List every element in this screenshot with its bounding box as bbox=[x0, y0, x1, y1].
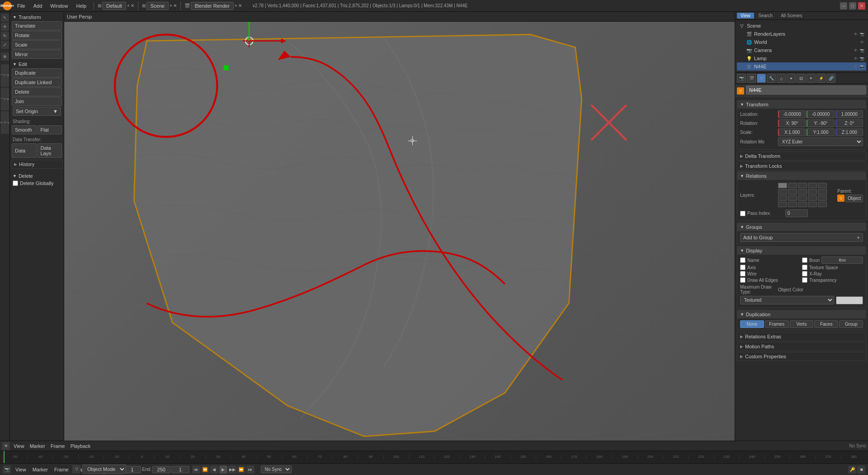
bottom-frame-btn[interactable]: Frame bbox=[52, 467, 71, 472]
delete-btn[interactable]: Delete bbox=[12, 87, 62, 96]
translate-btn[interactable]: Translate bbox=[12, 21, 62, 30]
tab-search[interactable]: Search bbox=[755, 13, 777, 19]
pass-index-check[interactable] bbox=[740, 211, 745, 216]
tool-scale[interactable]: ⤢ bbox=[1, 41, 9, 49]
dup-faces-btn[interactable]: Faces bbox=[814, 320, 838, 328]
layer-3[interactable] bbox=[798, 183, 807, 188]
relations-extras-section[interactable]: ▶ Relations Extras bbox=[737, 332, 866, 341]
n44e-eye[interactable]: 👁 bbox=[854, 64, 858, 69]
rot-z[interactable]: Z: 0° bbox=[835, 119, 863, 127]
scale-z[interactable]: Z:1.000 bbox=[835, 128, 863, 136]
rotate-btn[interactable]: Rotate bbox=[12, 31, 62, 40]
menu-help[interactable]: Help bbox=[72, 2, 90, 10]
renderlayers-cam[interactable]: 📷 bbox=[860, 32, 864, 36]
delete-header[interactable]: ▼ Delete bbox=[11, 172, 63, 180]
menu-file[interactable]: File bbox=[14, 2, 29, 10]
dup-verts-btn[interactable]: Verts bbox=[790, 320, 814, 328]
tree-n44e[interactable]: ▽ N44E 👁 📷 bbox=[737, 62, 866, 71]
texture-space-check[interactable] bbox=[802, 265, 807, 270]
layer-12[interactable] bbox=[788, 195, 797, 201]
viewport[interactable]: User Persp bbox=[64, 12, 735, 463]
layer-7[interactable] bbox=[788, 189, 797, 195]
join-btn[interactable]: Join bbox=[12, 97, 62, 106]
draw-all-edges-check[interactable] bbox=[740, 277, 745, 283]
tool-translate[interactable]: ✛ bbox=[1, 23, 9, 31]
scale-y[interactable]: Y:1.000 bbox=[807, 128, 834, 136]
wire-check[interactable] bbox=[740, 271, 745, 276]
lamp-cam[interactable]: 📷 bbox=[860, 57, 864, 61]
transparency-check[interactable] bbox=[802, 277, 807, 283]
viewport-canvas[interactable]: (1) N44E bbox=[64, 22, 735, 463]
prop-object-icon[interactable]: ▽ bbox=[757, 74, 766, 83]
max-draw-select[interactable]: Textured bbox=[740, 296, 834, 304]
bottom-render-icon[interactable]: 📷 bbox=[3, 466, 11, 474]
tree-world[interactable]: 🌐 World 👁 bbox=[737, 38, 866, 46]
layer-2[interactable] bbox=[788, 183, 797, 188]
box-value[interactable]: Box bbox=[821, 256, 863, 264]
prop-data-icon[interactable]: △ bbox=[777, 74, 786, 83]
bottom-view-btn[interactable]: View bbox=[14, 467, 28, 472]
play-back-btn[interactable]: ◀ bbox=[210, 466, 218, 474]
duplication-header[interactable]: ▼ Duplication bbox=[737, 310, 866, 318]
tl-view-icon[interactable]: 👁 bbox=[2, 442, 10, 450]
layer-6[interactable] bbox=[778, 189, 787, 195]
timeline-track[interactable]: -50 -40 -30 -20 -10 0 10 20 30 40 50 60 … bbox=[0, 451, 868, 463]
loc-x[interactable]: -0.00000 bbox=[778, 110, 806, 118]
edit-header[interactable]: ▼ Edit bbox=[11, 61, 63, 68]
scene-selector[interactable]: ⊞ Scene + ✕ bbox=[142, 2, 177, 10]
prop-material-icon[interactable]: ● bbox=[787, 74, 796, 83]
end-frame[interactable]: 250 bbox=[152, 466, 170, 473]
duplicate-btn[interactable]: Duplicate bbox=[12, 68, 62, 77]
data-layo-btn[interactable]: Data Layo bbox=[38, 143, 62, 158]
tool-cursor[interactable]: ↖ bbox=[1, 14, 9, 22]
loc-y[interactable]: -0.00000 bbox=[807, 110, 834, 118]
sync-select[interactable]: No Sync bbox=[261, 466, 292, 473]
layer-17[interactable] bbox=[788, 202, 797, 207]
history-section[interactable]: ▶ History bbox=[11, 160, 63, 169]
mode-icon[interactable]: ▽ bbox=[72, 465, 80, 473]
layer-16[interactable] bbox=[778, 202, 787, 207]
step-back-btn[interactable]: ⏪ bbox=[201, 466, 209, 474]
layer-15[interactable] bbox=[818, 195, 827, 201]
name-check[interactable] bbox=[740, 257, 745, 263]
add-to-group-btn[interactable]: Add to Group + bbox=[740, 233, 863, 242]
object-name-field[interactable] bbox=[746, 86, 866, 95]
tl-view-btn[interactable]: View bbox=[12, 443, 26, 449]
layer-9[interactable] bbox=[808, 189, 817, 195]
dup-none-btn[interactable]: None bbox=[740, 320, 764, 328]
tl-playback-btn[interactable]: Playback bbox=[69, 443, 93, 449]
layer-20[interactable] bbox=[818, 202, 827, 207]
tree-camera[interactable]: 📷 Camera 👁 📷 bbox=[737, 46, 866, 54]
dup-group-btn[interactable]: Group bbox=[839, 320, 863, 328]
blender-logo[interactable]: Blender bbox=[3, 1, 12, 10]
step-fwd-btn[interactable]: ⏩ bbox=[237, 466, 245, 474]
tool-relations[interactable]: Rel bbox=[1, 64, 9, 87]
prop-render-icon[interactable]: 📷 bbox=[737, 74, 746, 83]
set-origin-dropdown[interactable]: Set Origin ▼ bbox=[12, 106, 62, 116]
scene-name[interactable]: Scene bbox=[146, 2, 169, 10]
layer-10[interactable] bbox=[818, 189, 827, 195]
rotation-mode-select[interactable]: XYZ Euler bbox=[778, 138, 863, 146]
world-eye[interactable]: 👁 bbox=[860, 40, 864, 45]
workspace-name[interactable]: Default bbox=[102, 2, 126, 10]
prop-scene-icon[interactable]: 🎬 bbox=[747, 74, 756, 83]
rot-x[interactable]: X: 90° bbox=[778, 119, 806, 127]
renderlayers-eye[interactable]: 👁 bbox=[854, 32, 858, 37]
prop-texture-icon[interactable]: ▤ bbox=[797, 74, 806, 83]
tool-physics[interactable]: Phy bbox=[1, 111, 9, 134]
play-btn[interactable]: ▶ bbox=[219, 466, 227, 474]
scale-x[interactable]: X:1.000 bbox=[778, 128, 806, 136]
xray-check[interactable] bbox=[802, 271, 807, 276]
motion-paths-section[interactable]: ▶ Motion Paths bbox=[737, 342, 866, 351]
tl-marker-btn[interactable]: Marker bbox=[28, 443, 47, 449]
tree-lamp[interactable]: 💡 Lamp 👁 📷 bbox=[737, 54, 866, 62]
relations-header[interactable]: ▼ Relations bbox=[737, 172, 866, 180]
layer-13[interactable] bbox=[798, 195, 807, 201]
dup-frames-btn[interactable]: Frames bbox=[765, 320, 789, 328]
layer-1[interactable] bbox=[778, 183, 787, 188]
tab-view[interactable]: View bbox=[737, 13, 754, 19]
prop-particles-icon[interactable]: ✦ bbox=[807, 74, 816, 83]
object-color-swatch[interactable] bbox=[836, 296, 863, 304]
boun-check[interactable] bbox=[802, 257, 807, 263]
renderer-selector[interactable]: 🎬 Blender Render + ✕ bbox=[184, 2, 242, 10]
